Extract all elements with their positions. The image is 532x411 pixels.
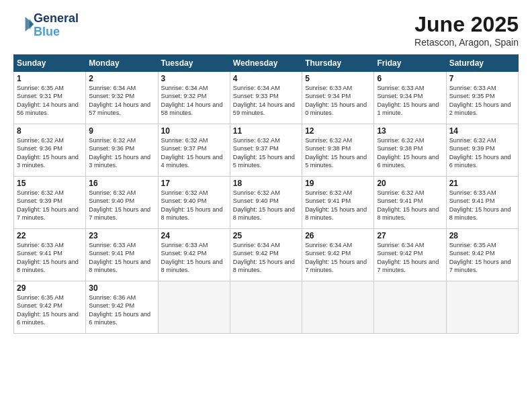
day-number: 15: [17, 179, 83, 188]
table-row: 16 Sunrise: 6:32 AM Sunset: 9:40 PM Dayl…: [86, 177, 158, 229]
cell-info: Sunrise: 6:34 AM Sunset: 9:42 PM Dayligh…: [377, 241, 443, 275]
cell-info: Sunrise: 6:33 AM Sunset: 9:41 PM Dayligh…: [89, 241, 154, 275]
calendar-week-row: 15 Sunrise: 6:32 AM Sunset: 9:39 PM Dayl…: [14, 177, 519, 229]
day-number: 16: [89, 179, 154, 188]
cell-info: Sunrise: 6:35 AM Sunset: 9:42 PM Dayligh…: [17, 293, 83, 327]
cell-info: Sunrise: 6:33 AM Sunset: 9:42 PM Dayligh…: [161, 241, 227, 275]
day-number: 22: [17, 231, 83, 240]
day-number: 12: [305, 126, 371, 136]
table-row: 11 Sunrise: 6:32 AM Sunset: 9:37 PM Dayl…: [230, 124, 302, 177]
logo-icon: [15, 15, 34, 34]
cell-info: Sunrise: 6:32 AM Sunset: 9:37 PM Dayligh…: [233, 136, 299, 170]
table-row: 20 Sunrise: 6:32 AM Sunset: 9:41 PM Dayl…: [374, 177, 446, 229]
header-friday: Friday: [374, 55, 446, 72]
day-number: 18: [233, 179, 299, 188]
day-number: 8: [17, 126, 83, 136]
cell-info: Sunrise: 6:35 AM Sunset: 9:42 PM Dayligh…: [449, 241, 515, 275]
table-row: 23 Sunrise: 6:33 AM Sunset: 9:41 PM Dayl…: [86, 229, 158, 281]
table-row: 22 Sunrise: 6:33 AM Sunset: 9:41 PM Dayl…: [14, 229, 86, 281]
cell-info: Sunrise: 6:34 AM Sunset: 9:42 PM Dayligh…: [305, 241, 371, 275]
cell-info: Sunrise: 6:34 AM Sunset: 9:33 PM Dayligh…: [233, 84, 299, 118]
table-row: [230, 281, 302, 334]
table-row: 6 Sunrise: 6:33 AM Sunset: 9:34 PM Dayli…: [374, 72, 446, 124]
table-row: [446, 281, 518, 334]
cell-info: Sunrise: 6:32 AM Sunset: 9:38 PM Dayligh…: [305, 136, 371, 170]
weekday-header-row: Sunday Monday Tuesday Wednesday Thursday…: [14, 55, 519, 72]
day-number: 2: [89, 74, 154, 83]
table-row: 13 Sunrise: 6:32 AM Sunset: 9:38 PM Dayl…: [374, 124, 446, 177]
day-number: 27: [377, 231, 443, 240]
cell-info: Sunrise: 6:32 AM Sunset: 9:37 PM Dayligh…: [161, 136, 227, 170]
cell-info: Sunrise: 6:36 AM Sunset: 9:42 PM Dayligh…: [89, 293, 154, 327]
table-row: 4 Sunrise: 6:34 AM Sunset: 9:33 PM Dayli…: [230, 72, 302, 124]
cell-info: Sunrise: 6:34 AM Sunset: 9:32 PM Dayligh…: [89, 84, 154, 118]
day-number: 1: [17, 74, 83, 83]
cell-info: Sunrise: 6:32 AM Sunset: 9:39 PM Dayligh…: [17, 189, 83, 222]
day-number: 6: [377, 74, 443, 83]
table-row: 19 Sunrise: 6:32 AM Sunset: 9:41 PM Dayl…: [302, 177, 374, 229]
table-row: 18 Sunrise: 6:32 AM Sunset: 9:40 PM Dayl…: [230, 177, 302, 229]
cell-info: Sunrise: 6:33 AM Sunset: 9:34 PM Dayligh…: [377, 84, 443, 118]
logo-text: General Blue: [34, 12, 79, 39]
cell-info: Sunrise: 6:33 AM Sunset: 9:34 PM Dayligh…: [305, 84, 371, 118]
cell-info: Sunrise: 6:32 AM Sunset: 9:38 PM Dayligh…: [377, 136, 443, 170]
month-title: June 2025: [414, 12, 519, 37]
cell-info: Sunrise: 6:32 AM Sunset: 9:36 PM Dayligh…: [17, 136, 83, 170]
table-row: 27 Sunrise: 6:34 AM Sunset: 9:42 PM Dayl…: [374, 229, 446, 281]
table-row: 28 Sunrise: 6:35 AM Sunset: 9:42 PM Dayl…: [446, 229, 518, 281]
table-row: 21 Sunrise: 6:33 AM Sunset: 9:41 PM Dayl…: [446, 177, 518, 229]
day-number: 3: [161, 74, 227, 83]
table-row: 1 Sunrise: 6:35 AM Sunset: 9:31 PM Dayli…: [14, 72, 86, 124]
cell-info: Sunrise: 6:34 AM Sunset: 9:42 PM Dayligh…: [233, 241, 299, 275]
logo-line2: Blue: [34, 25, 60, 38]
calendar-week-row: 1 Sunrise: 6:35 AM Sunset: 9:31 PM Dayli…: [14, 72, 519, 124]
day-number: 23: [89, 231, 154, 240]
calendar-table: Sunday Monday Tuesday Wednesday Thursday…: [13, 54, 519, 334]
table-row: 29 Sunrise: 6:35 AM Sunset: 9:42 PM Dayl…: [14, 281, 86, 334]
day-number: 19: [305, 179, 371, 188]
header-monday: Monday: [86, 55, 158, 72]
cell-info: Sunrise: 6:32 AM Sunset: 9:40 PM Dayligh…: [89, 189, 154, 222]
table-row: 30 Sunrise: 6:36 AM Sunset: 9:42 PM Dayl…: [86, 281, 158, 334]
table-row: 26 Sunrise: 6:34 AM Sunset: 9:42 PM Dayl…: [302, 229, 374, 281]
day-number: 11: [233, 126, 299, 136]
day-number: 28: [449, 231, 515, 240]
cell-info: Sunrise: 6:32 AM Sunset: 9:40 PM Dayligh…: [233, 189, 299, 222]
cell-info: Sunrise: 6:33 AM Sunset: 9:35 PM Dayligh…: [449, 84, 515, 118]
header: General Blue June 2025 Retascon, Aragon,…: [13, 12, 519, 48]
cell-info: Sunrise: 6:35 AM Sunset: 9:31 PM Dayligh…: [17, 84, 83, 118]
day-number: 21: [449, 179, 515, 188]
table-row: 3 Sunrise: 6:34 AM Sunset: 9:32 PM Dayli…: [158, 72, 230, 124]
table-row: 2 Sunrise: 6:34 AM Sunset: 9:32 PM Dayli…: [86, 72, 158, 124]
day-number: 25: [233, 231, 299, 240]
location: Retascon, Aragon, Spain: [414, 37, 519, 48]
table-row: 10 Sunrise: 6:32 AM Sunset: 9:37 PM Dayl…: [158, 124, 230, 177]
cell-info: Sunrise: 6:32 AM Sunset: 9:41 PM Dayligh…: [377, 189, 443, 222]
page: General Blue June 2025 Retascon, Aragon,…: [0, 0, 532, 411]
day-number: 4: [233, 74, 299, 83]
day-number: 20: [377, 179, 443, 188]
cell-info: Sunrise: 6:32 AM Sunset: 9:40 PM Dayligh…: [161, 189, 227, 222]
day-number: 26: [305, 231, 371, 240]
table-row: 15 Sunrise: 6:32 AM Sunset: 9:39 PM Dayl…: [14, 177, 86, 229]
day-number: 14: [449, 126, 515, 136]
table-row: 25 Sunrise: 6:34 AM Sunset: 9:42 PM Dayl…: [230, 229, 302, 281]
cell-info: Sunrise: 6:34 AM Sunset: 9:32 PM Dayligh…: [161, 84, 227, 118]
cell-info: Sunrise: 6:33 AM Sunset: 9:41 PM Dayligh…: [17, 241, 83, 275]
cell-info: Sunrise: 6:32 AM Sunset: 9:41 PM Dayligh…: [305, 189, 371, 222]
calendar-week-row: 8 Sunrise: 6:32 AM Sunset: 9:36 PM Dayli…: [14, 124, 519, 177]
header-wednesday: Wednesday: [230, 55, 302, 72]
table-row: [302, 281, 374, 334]
cell-info: Sunrise: 6:32 AM Sunset: 9:39 PM Dayligh…: [449, 136, 515, 170]
day-number: 17: [161, 179, 227, 188]
header-sunday: Sunday: [14, 55, 86, 72]
table-row: [158, 281, 230, 334]
table-row: 7 Sunrise: 6:33 AM Sunset: 9:35 PM Dayli…: [446, 72, 518, 124]
table-row: 8 Sunrise: 6:32 AM Sunset: 9:36 PM Dayli…: [14, 124, 86, 177]
table-row: [374, 281, 446, 334]
header-tuesday: Tuesday: [158, 55, 230, 72]
calendar-week-row: 22 Sunrise: 6:33 AM Sunset: 9:41 PM Dayl…: [14, 229, 519, 281]
cell-info: Sunrise: 6:33 AM Sunset: 9:41 PM Dayligh…: [449, 189, 515, 222]
day-number: 30: [89, 283, 154, 293]
header-saturday: Saturday: [446, 55, 518, 72]
